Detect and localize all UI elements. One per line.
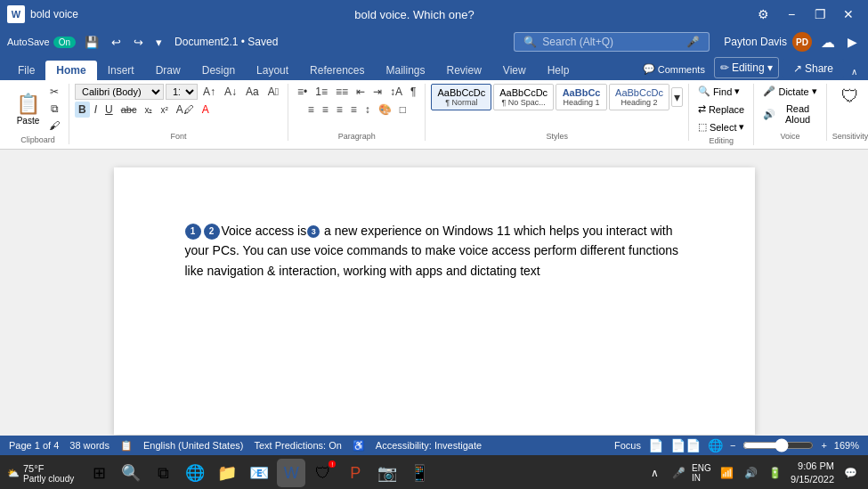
- taskbar-phone[interactable]: 📱: [405, 459, 434, 487]
- tab-references[interactable]: References: [299, 61, 375, 80]
- minimize-button[interactable]: −: [779, 2, 804, 27]
- sensitivity-button[interactable]: 🛡: [837, 84, 864, 110]
- close-button[interactable]: ✕: [836, 2, 861, 27]
- font-color-button[interactable]: A: [199, 102, 213, 118]
- sort-button[interactable]: ↕A: [386, 84, 406, 100]
- taskbar-camera[interactable]: 📷: [373, 459, 402, 487]
- focus-button[interactable]: Focus: [614, 440, 641, 451]
- view-double-page[interactable]: 📄📄: [670, 438, 701, 452]
- redo-button[interactable]: ↪: [130, 34, 147, 51]
- search-box[interactable]: 🔍 🎤: [514, 32, 710, 52]
- battery-icon[interactable]: 🔋: [764, 462, 785, 484]
- decrease-indent-button[interactable]: ⇤: [353, 84, 369, 100]
- tab-design[interactable]: Design: [191, 61, 246, 80]
- tab-home[interactable]: Home: [45, 61, 96, 80]
- align-center-button[interactable]: ≡: [319, 102, 332, 118]
- style-h2-label: Heading 2: [615, 98, 663, 107]
- ribbon-collapse-button[interactable]: ∧: [848, 65, 861, 78]
- line-spacing-button[interactable]: ↕: [361, 102, 374, 118]
- strikethrough-button[interactable]: abc: [118, 102, 141, 117]
- search-input[interactable]: [542, 36, 681, 48]
- find-button[interactable]: 🔍 Find ▾: [694, 84, 749, 99]
- subscript-button[interactable]: x₂: [141, 103, 156, 117]
- replace-button[interactable]: ⇄ Replace: [694, 102, 749, 117]
- editing-dropdown[interactable]: ✏ Editing ▾: [714, 57, 779, 78]
- chevron-up-icon[interactable]: ∧: [644, 462, 665, 484]
- increase-indent-button[interactable]: ⇥: [369, 84, 385, 100]
- view-single-page[interactable]: 📄: [648, 438, 663, 452]
- volume-icon[interactable]: 🔊: [740, 462, 761, 484]
- present-button[interactable]: ▶: [844, 33, 861, 51]
- user-avatar[interactable]: PD: [792, 32, 812, 52]
- align-right-button[interactable]: ≡: [333, 102, 346, 118]
- document-page[interactable]: 12Voice access is3 a new experience on W…: [114, 167, 755, 435]
- taskbar-start[interactable]: ⊞: [85, 459, 113, 487]
- dictate-button[interactable]: 🎤 Dictate ▾: [759, 84, 820, 99]
- align-left-button[interactable]: ≡: [304, 102, 318, 118]
- justify-button[interactable]: ≡: [347, 102, 361, 118]
- borders-button[interactable]: □: [396, 102, 410, 118]
- cloud-icon[interactable]: ☁: [817, 32, 839, 53]
- taskbar-explorer[interactable]: 📁: [213, 459, 241, 487]
- wifi-icon[interactable]: 📶: [716, 462, 737, 484]
- decrease-font-button[interactable]: A↓: [221, 84, 240, 100]
- tab-view[interactable]: View: [492, 61, 537, 80]
- clear-format-button[interactable]: A⃠: [264, 84, 282, 100]
- format-painter-button[interactable]: 🖌: [45, 118, 63, 134]
- bullets-button[interactable]: ≡•: [294, 84, 311, 100]
- tab-layout[interactable]: Layout: [246, 61, 299, 80]
- underline-button[interactable]: U: [101, 102, 117, 118]
- taskbar-edge[interactable]: 🌐: [181, 459, 209, 487]
- text-highlight-button[interactable]: A🖊: [173, 102, 198, 118]
- superscript-button[interactable]: x²: [157, 103, 171, 117]
- notification-center[interactable]: 💬: [840, 462, 861, 484]
- paste-button[interactable]: 📋 Paste: [12, 91, 44, 127]
- time-area[interactable]: 9:06 PM 9/15/2022: [791, 460, 834, 487]
- tab-review[interactable]: Review: [436, 61, 492, 80]
- taskbar-search[interactable]: 🔍: [117, 459, 145, 487]
- badge-1: 1: [185, 224, 201, 240]
- language-icon[interactable]: ENG IN: [692, 462, 713, 484]
- show-formatting-button[interactable]: ¶: [407, 84, 419, 100]
- tab-draw[interactable]: Draw: [145, 61, 191, 80]
- zoom-slider[interactable]: [742, 438, 814, 452]
- increase-font-button[interactable]: A↑: [199, 84, 219, 100]
- taskbar-powerpoint[interactable]: P: [341, 459, 369, 487]
- taskbar-security[interactable]: 🛡 !: [309, 459, 337, 487]
- share-button[interactable]: ↗ Share: [783, 59, 844, 78]
- tab-insert[interactable]: Insert: [97, 61, 145, 80]
- autosave-toggle[interactable]: On: [53, 37, 76, 48]
- select-button[interactable]: ⬚ Select ▾: [694, 119, 749, 134]
- settings-button[interactable]: ⚙: [750, 2, 775, 27]
- taskbar-word[interactable]: W: [277, 459, 305, 487]
- document-text[interactable]: 12Voice access is3 a new experience on W…: [185, 221, 684, 281]
- font-case-button[interactable]: Aa: [242, 84, 263, 100]
- undo-button[interactable]: ↩: [108, 34, 125, 51]
- numbering-button[interactable]: 1≡: [312, 84, 331, 100]
- taskbar-mail[interactable]: 📧: [245, 459, 273, 487]
- font-size-select[interactable]: 11: [166, 84, 198, 100]
- style-nospacing[interactable]: AaBbCcDc ¶ No Spac...: [493, 84, 554, 110]
- font-family-select[interactable]: Calibri (Body): [75, 84, 164, 100]
- tab-mailings[interactable]: Mailings: [375, 61, 435, 80]
- comments-button[interactable]: 💬 Comments: [637, 60, 710, 78]
- taskbar-taskview[interactable]: ⧉: [149, 459, 177, 487]
- customize-button[interactable]: ▾: [152, 34, 166, 51]
- tab-help[interactable]: Help: [537, 61, 580, 80]
- shading-button[interactable]: 🎨: [375, 102, 395, 118]
- multilevel-button[interactable]: ≡≡: [332, 84, 352, 100]
- view-web[interactable]: 🌐: [708, 438, 723, 452]
- style-normal[interactable]: AaBbCcDc ¶ Normal: [431, 84, 491, 110]
- bold-button[interactable]: B: [75, 102, 90, 118]
- restore-button[interactable]: ❐: [807, 2, 832, 27]
- style-heading2[interactable]: AaBbCcDc Heading 2: [609, 84, 669, 110]
- read-aloud-button[interactable]: 🔊 Read Aloud: [759, 102, 820, 126]
- copy-button[interactable]: ⧉: [45, 101, 63, 117]
- styles-scroll-down[interactable]: ▾: [671, 87, 683, 107]
- italic-button[interactable]: I: [91, 102, 101, 118]
- save-button[interactable]: 💾: [81, 34, 102, 51]
- style-heading1[interactable]: AaBbCc Heading 1: [556, 84, 607, 110]
- cut-button[interactable]: ✂: [45, 84, 63, 100]
- mic-taskbar-icon[interactable]: 🎤: [668, 462, 689, 484]
- tab-file[interactable]: File: [7, 61, 45, 80]
